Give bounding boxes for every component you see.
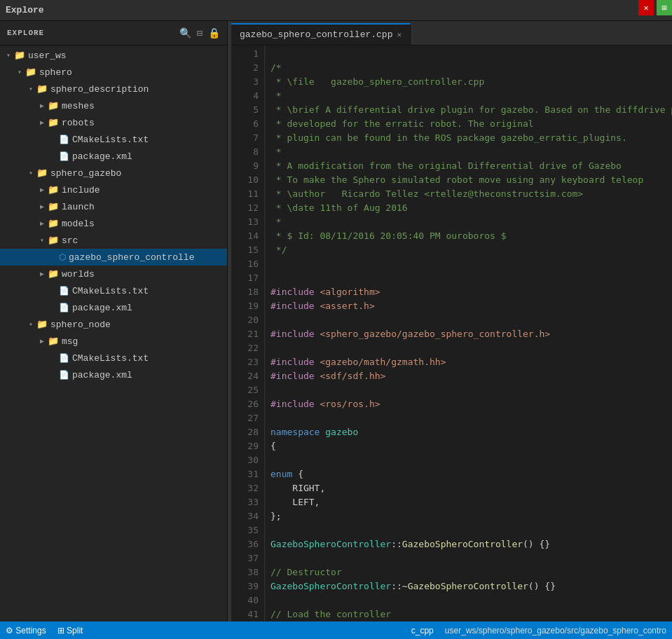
arrow-msg: ▶ <box>36 337 48 345</box>
folder-icon-sphero-gazebo: 📁 <box>36 167 48 179</box>
label-package1: package.xml <box>72 151 132 162</box>
code-line <box>265 47 672 61</box>
line-number: 15 <box>231 243 259 257</box>
code-line <box>265 453 672 467</box>
line-number: 25 <box>231 383 259 397</box>
title-bar-title: Explore <box>6 5 44 15</box>
folder-icon-sphero-node: 📁 <box>36 319 48 330</box>
tree-item-src[interactable]: ▾ 📁 src <box>0 232 227 249</box>
code-editor: 1 2 3 4 5 6 7 8 9 10 11 12 13 14 15 16 1… <box>231 46 672 621</box>
tree-item-sphero-gazebo[interactable]: ▾ 📁 sphero_gazebo <box>0 165 227 181</box>
arrow-meshes: ▶ <box>36 102 48 110</box>
tree-item-launch[interactable]: ▶ 📁 launch <box>0 198 227 215</box>
tab-close-button[interactable]: ✕ <box>397 30 402 39</box>
tree-item-gazebo-sphero-controller[interactable]: ⬡ gazebo_sphero_controlle <box>0 249 227 266</box>
code-line: }; <box>265 509 672 523</box>
sidebar: EXPLORE 🔍 ⊟ 🔒 ▾ 📁 user_ws ▾ 📁 sphero <box>0 21 228 621</box>
code-line: * <box>265 145 672 159</box>
code-line: enum { <box>265 467 672 481</box>
tree-item-package1[interactable]: 📄 package.xml <box>0 148 227 165</box>
label-cmakelists2: CMakeLists.txt <box>72 286 149 296</box>
code-line <box>265 411 672 425</box>
label-cmakelists1: CMakeLists.txt <box>72 135 149 145</box>
lock-icon[interactable]: 🔒 <box>208 27 220 39</box>
label-models: models <box>62 219 95 229</box>
line-number: 23 <box>231 355 259 369</box>
code-line: #include <gazebo/math/gzmath.hh> <box>265 355 672 369</box>
line-number: 5 <box>231 103 259 117</box>
code-line: #include <ros/ros.h> <box>265 397 672 411</box>
sidebar-header: EXPLORE 🔍 ⊟ 🔒 <box>0 21 227 46</box>
code-line: * plugin can be found in the ROS package… <box>265 131 672 145</box>
line-number: 19 <box>231 299 259 313</box>
status-split[interactable]: ⊞ Split <box>57 626 83 635</box>
line-number: 7 <box>231 131 259 145</box>
tree-item-package3[interactable]: 📄 package.xml <box>0 366 227 383</box>
line-number: 10 <box>231 173 259 187</box>
code-line: * A modification from the original Diffe… <box>265 159 672 173</box>
code-line <box>265 257 672 271</box>
arrow-sphero: ▾ <box>14 68 25 76</box>
editor-area: gazebo_sphero_controller.cpp ✕ 1 2 3 4 5… <box>231 21 672 621</box>
tree-item-robots[interactable]: ▶ 📁 robots <box>0 114 227 131</box>
arrow-src: ▾ <box>36 236 48 245</box>
status-settings[interactable]: ⚙ Settings <box>6 626 46 635</box>
tree-item-msg[interactable]: ▶ 📁 msg <box>0 333 227 350</box>
code-line: // Destructor <box>265 565 672 579</box>
tree-item-cmakelists2[interactable]: 📄 CMakeLists.txt <box>0 282 227 299</box>
line-number: 27 <box>231 411 259 425</box>
active-tab[interactable]: gazebo_sphero_controller.cpp ✕ <box>231 23 411 45</box>
code-line <box>265 383 672 397</box>
code-line: /* <box>265 61 672 75</box>
tree-item-user-ws[interactable]: ▾ 📁 user_ws <box>0 47 227 64</box>
code-line: * \brief A differential drive plugin for… <box>265 103 672 117</box>
arrow-worlds: ▶ <box>36 270 48 278</box>
file-icon-cmakelists3: 📄 <box>59 353 69 364</box>
collapse-icon[interactable]: ⊟ <box>197 27 203 39</box>
code-line <box>265 593 672 607</box>
title-bar-left: Explore <box>6 5 44 15</box>
folder-icon-user-ws: 📁 <box>14 50 25 61</box>
tree-item-cmakelists3[interactable]: 📄 CMakeLists.txt <box>0 350 227 366</box>
file-icon-cmakelists1: 📄 <box>59 135 69 145</box>
code-line: RIGHT, <box>265 481 672 495</box>
code-content[interactable]: /* * \file gazebo_sphero_controller.cpp … <box>265 46 672 621</box>
status-lang[interactable]: c_cpp <box>411 626 434 635</box>
tree-item-sphero[interactable]: ▾ 📁 sphero <box>0 64 227 81</box>
restore-icon[interactable]: ⊞ <box>657 0 672 15</box>
label-include: include <box>62 185 100 195</box>
code-line: { <box>265 439 672 453</box>
arrow-sphero-node: ▾ <box>25 320 36 329</box>
line-number: 13 <box>231 215 259 229</box>
line-number: 16 <box>231 257 259 271</box>
tree-item-sphero-description[interactable]: ▾ 📁 sphero_description <box>0 81 227 97</box>
arrow-sphero-description: ▾ <box>25 85 36 93</box>
line-number: 40 <box>231 593 259 607</box>
line-number: 22 <box>231 341 259 355</box>
tree-item-cmakelists1[interactable]: 📄 CMakeLists.txt <box>0 131 227 148</box>
line-number: 1 <box>231 47 259 61</box>
code-line <box>265 271 672 285</box>
line-number: 39 <box>231 579 259 593</box>
line-number: 21 <box>231 327 259 341</box>
label-gazebo-ctrl: gazebo_sphero_controlle <box>69 252 194 263</box>
line-number: 33 <box>231 495 259 509</box>
line-number: 34 <box>231 509 259 523</box>
code-line: * To make the Sphero simulated robot mov… <box>265 173 672 187</box>
close-icon[interactable]: ✕ <box>638 0 654 15</box>
tree-item-models[interactable]: ▶ 📁 models <box>0 215 227 232</box>
tree-item-include[interactable]: ▶ 📁 include <box>0 181 227 198</box>
line-number: 24 <box>231 369 259 383</box>
line-number: 4 <box>231 89 259 103</box>
tree-item-package2[interactable]: 📄 package.xml <box>0 299 227 316</box>
tree-item-sphero-node[interactable]: ▾ 📁 sphero_node <box>0 316 227 333</box>
tree-item-meshes[interactable]: ▶ 📁 meshes <box>0 97 227 114</box>
main-container: EXPLORE 🔍 ⊟ 🔒 ▾ 📁 user_ws ▾ 📁 sphero <box>0 21 672 621</box>
label-user-ws: user_ws <box>28 50 67 61</box>
tree-item-worlds[interactable]: ▶ 📁 worlds <box>0 266 227 282</box>
search-icon[interactable]: 🔍 <box>179 27 191 39</box>
line-number: 32 <box>231 481 259 495</box>
folder-icon-meshes: 📁 <box>48 100 59 111</box>
status-path: user_ws/sphero/sphero_gazebo/src/gazebo_… <box>445 626 666 635</box>
line-number: 3 <box>231 75 259 89</box>
